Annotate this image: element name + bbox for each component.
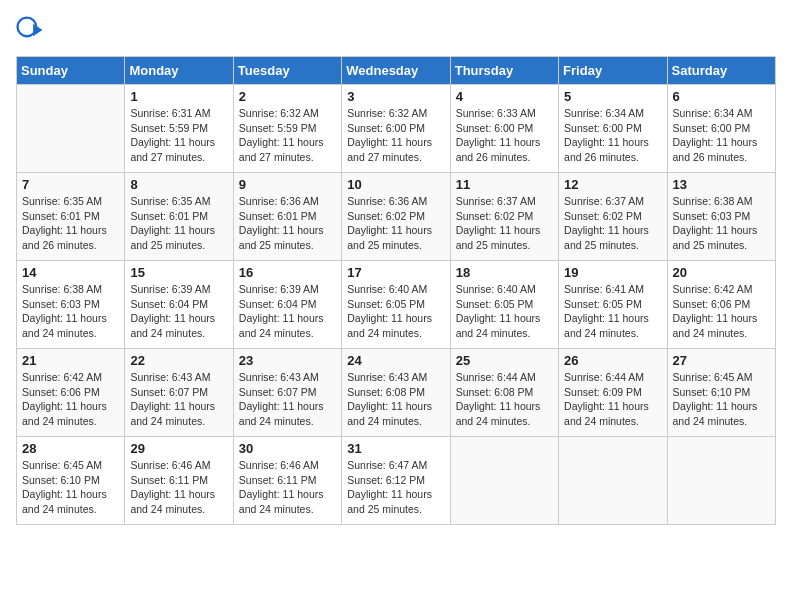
calendar-cell: 17 Sunrise: 6:40 AMSunset: 6:05 PMDaylig… [342,261,450,349]
calendar-week-1: 1 Sunrise: 6:31 AMSunset: 5:59 PMDayligh… [17,85,776,173]
calendar-cell [667,437,775,525]
day-detail: Sunrise: 6:38 AMSunset: 6:03 PMDaylight:… [673,194,770,253]
day-detail: Sunrise: 6:31 AMSunset: 5:59 PMDaylight:… [130,106,227,165]
header [16,16,776,44]
day-detail: Sunrise: 6:32 AMSunset: 5:59 PMDaylight:… [239,106,336,165]
day-header-sunday: Sunday [17,57,125,85]
calendar-cell: 26 Sunrise: 6:44 AMSunset: 6:09 PMDaylig… [559,349,667,437]
calendar-cell: 30 Sunrise: 6:46 AMSunset: 6:11 PMDaylig… [233,437,341,525]
calendar-cell: 31 Sunrise: 6:47 AMSunset: 6:12 PMDaylig… [342,437,450,525]
day-detail: Sunrise: 6:46 AMSunset: 6:11 PMDaylight:… [130,458,227,517]
day-header-monday: Monday [125,57,233,85]
day-number: 25 [456,353,553,368]
day-number: 9 [239,177,336,192]
calendar-cell: 14 Sunrise: 6:38 AMSunset: 6:03 PMDaylig… [17,261,125,349]
calendar-cell [17,85,125,173]
calendar-cell: 20 Sunrise: 6:42 AMSunset: 6:06 PMDaylig… [667,261,775,349]
day-number: 7 [22,177,119,192]
calendar-cell: 5 Sunrise: 6:34 AMSunset: 6:00 PMDayligh… [559,85,667,173]
day-number: 15 [130,265,227,280]
calendar-cell: 24 Sunrise: 6:43 AMSunset: 6:08 PMDaylig… [342,349,450,437]
day-number: 19 [564,265,661,280]
day-detail: Sunrise: 6:37 AMSunset: 6:02 PMDaylight:… [564,194,661,253]
day-number: 4 [456,89,553,104]
calendar-cell: 7 Sunrise: 6:35 AMSunset: 6:01 PMDayligh… [17,173,125,261]
calendar-week-3: 14 Sunrise: 6:38 AMSunset: 6:03 PMDaylig… [17,261,776,349]
day-number: 12 [564,177,661,192]
day-number: 29 [130,441,227,456]
day-number: 30 [239,441,336,456]
day-number: 23 [239,353,336,368]
calendar-week-5: 28 Sunrise: 6:45 AMSunset: 6:10 PMDaylig… [17,437,776,525]
calendar-cell: 29 Sunrise: 6:46 AMSunset: 6:11 PMDaylig… [125,437,233,525]
day-detail: Sunrise: 6:43 AMSunset: 6:07 PMDaylight:… [239,370,336,429]
day-detail: Sunrise: 6:36 AMSunset: 6:02 PMDaylight:… [347,194,444,253]
calendar-cell: 1 Sunrise: 6:31 AMSunset: 5:59 PMDayligh… [125,85,233,173]
day-detail: Sunrise: 6:45 AMSunset: 6:10 PMDaylight:… [22,458,119,517]
calendar-cell [450,437,558,525]
day-number: 22 [130,353,227,368]
calendar-cell: 2 Sunrise: 6:32 AMSunset: 5:59 PMDayligh… [233,85,341,173]
day-detail: Sunrise: 6:44 AMSunset: 6:08 PMDaylight:… [456,370,553,429]
calendar-cell: 11 Sunrise: 6:37 AMSunset: 6:02 PMDaylig… [450,173,558,261]
svg-marker-1 [33,24,42,36]
day-detail: Sunrise: 6:44 AMSunset: 6:09 PMDaylight:… [564,370,661,429]
calendar-table: SundayMondayTuesdayWednesdayThursdayFrid… [16,56,776,525]
calendar-cell: 6 Sunrise: 6:34 AMSunset: 6:00 PMDayligh… [667,85,775,173]
calendar-cell: 4 Sunrise: 6:33 AMSunset: 6:00 PMDayligh… [450,85,558,173]
day-number: 8 [130,177,227,192]
day-detail: Sunrise: 6:34 AMSunset: 6:00 PMDaylight:… [564,106,661,165]
day-detail: Sunrise: 6:40 AMSunset: 6:05 PMDaylight:… [347,282,444,341]
day-detail: Sunrise: 6:43 AMSunset: 6:08 PMDaylight:… [347,370,444,429]
calendar-cell: 10 Sunrise: 6:36 AMSunset: 6:02 PMDaylig… [342,173,450,261]
calendar-cell: 3 Sunrise: 6:32 AMSunset: 6:00 PMDayligh… [342,85,450,173]
day-number: 28 [22,441,119,456]
day-header-friday: Friday [559,57,667,85]
calendar-cell: 22 Sunrise: 6:43 AMSunset: 6:07 PMDaylig… [125,349,233,437]
day-number: 17 [347,265,444,280]
day-detail: Sunrise: 6:35 AMSunset: 6:01 PMDaylight:… [22,194,119,253]
day-number: 6 [673,89,770,104]
day-detail: Sunrise: 6:37 AMSunset: 6:02 PMDaylight:… [456,194,553,253]
calendar-cell: 9 Sunrise: 6:36 AMSunset: 6:01 PMDayligh… [233,173,341,261]
calendar-cell [559,437,667,525]
day-number: 2 [239,89,336,104]
calendar-cell: 27 Sunrise: 6:45 AMSunset: 6:10 PMDaylig… [667,349,775,437]
day-detail: Sunrise: 6:43 AMSunset: 6:07 PMDaylight:… [130,370,227,429]
day-number: 20 [673,265,770,280]
day-detail: Sunrise: 6:33 AMSunset: 6:00 PMDaylight:… [456,106,553,165]
calendar-cell: 25 Sunrise: 6:44 AMSunset: 6:08 PMDaylig… [450,349,558,437]
day-number: 10 [347,177,444,192]
logo [16,16,48,44]
day-detail: Sunrise: 6:39 AMSunset: 6:04 PMDaylight:… [130,282,227,341]
day-number: 11 [456,177,553,192]
calendar-cell: 12 Sunrise: 6:37 AMSunset: 6:02 PMDaylig… [559,173,667,261]
day-detail: Sunrise: 6:35 AMSunset: 6:01 PMDaylight:… [130,194,227,253]
day-detail: Sunrise: 6:39 AMSunset: 6:04 PMDaylight:… [239,282,336,341]
logo-icon [16,16,44,44]
day-number: 24 [347,353,444,368]
day-number: 14 [22,265,119,280]
day-number: 21 [22,353,119,368]
calendar-week-4: 21 Sunrise: 6:42 AMSunset: 6:06 PMDaylig… [17,349,776,437]
day-detail: Sunrise: 6:32 AMSunset: 6:00 PMDaylight:… [347,106,444,165]
day-detail: Sunrise: 6:45 AMSunset: 6:10 PMDaylight:… [673,370,770,429]
day-header-thursday: Thursday [450,57,558,85]
day-number: 16 [239,265,336,280]
day-number: 5 [564,89,661,104]
day-number: 13 [673,177,770,192]
calendar-cell: 13 Sunrise: 6:38 AMSunset: 6:03 PMDaylig… [667,173,775,261]
calendar-cell: 15 Sunrise: 6:39 AMSunset: 6:04 PMDaylig… [125,261,233,349]
calendar-cell: 21 Sunrise: 6:42 AMSunset: 6:06 PMDaylig… [17,349,125,437]
calendar-cell: 16 Sunrise: 6:39 AMSunset: 6:04 PMDaylig… [233,261,341,349]
day-header-saturday: Saturday [667,57,775,85]
day-number: 31 [347,441,444,456]
day-detail: Sunrise: 6:42 AMSunset: 6:06 PMDaylight:… [673,282,770,341]
day-number: 3 [347,89,444,104]
day-detail: Sunrise: 6:40 AMSunset: 6:05 PMDaylight:… [456,282,553,341]
day-detail: Sunrise: 6:38 AMSunset: 6:03 PMDaylight:… [22,282,119,341]
calendar-body: 1 Sunrise: 6:31 AMSunset: 5:59 PMDayligh… [17,85,776,525]
calendar-cell: 19 Sunrise: 6:41 AMSunset: 6:05 PMDaylig… [559,261,667,349]
day-number: 27 [673,353,770,368]
calendar-cell: 18 Sunrise: 6:40 AMSunset: 6:05 PMDaylig… [450,261,558,349]
